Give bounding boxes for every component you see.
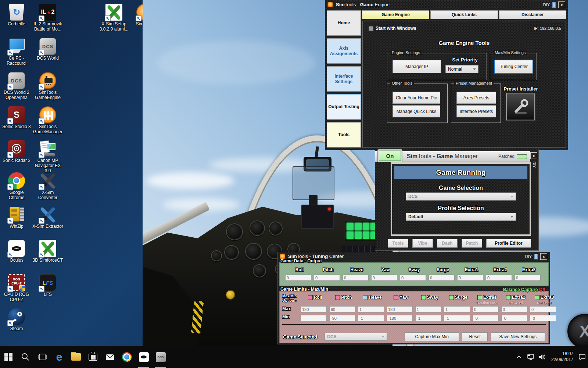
min-pitch-input[interactable] xyxy=(329,315,355,321)
desktop-icon-winzip[interactable]: WinZip xyxy=(1,206,32,229)
preset-installer-button[interactable] xyxy=(506,93,535,121)
tools-button[interactable]: Tools xyxy=(388,239,408,248)
output-extra3-input[interactable] xyxy=(514,275,541,281)
save-new-settings-button[interactable]: Save New Settings xyxy=(491,332,545,341)
desktop-icon-cpu-z[interactable]: ROGCPU-Z CPUID ROG CPU-Z xyxy=(1,274,32,302)
manage-quick-links-button[interactable]: Manage Quick Links xyxy=(392,105,440,117)
vibe-button[interactable]: Vibe xyxy=(412,239,433,248)
game-engine-titlebar[interactable]: SimTools - Game Engine xyxy=(325,0,568,9)
desktop-icon-oculus[interactable]: Oculus xyxy=(1,240,32,263)
desktop-icon-il2[interactable]: IL★2 IL-2 Sturmovik Battle of Mo... xyxy=(32,4,63,32)
desktop-icon-xsim-extractor[interactable]: X-Sim Extractor xyxy=(32,206,63,229)
tuning-center-button[interactable]: Tuning Center xyxy=(494,60,533,74)
max-roll-input[interactable] xyxy=(301,306,327,312)
sidebar-item-home[interactable]: Home xyxy=(327,10,361,36)
game-select[interactable]: DCS xyxy=(406,192,516,201)
min-extra1-input[interactable] xyxy=(473,315,499,321)
axis-color-swatch[interactable] xyxy=(506,295,511,300)
min-extra2-input[interactable] xyxy=(501,315,527,321)
desktop-icon-lfs[interactable]: LFS LFS xyxy=(32,274,63,297)
desktop-icon-sonic-studio[interactable]: S Sonic Studio 3 xyxy=(1,106,32,130)
output-yaw-input[interactable] xyxy=(371,275,397,281)
network-tray-button[interactable] xyxy=(525,346,537,368)
axis-color-swatch[interactable] xyxy=(363,295,368,300)
tab-game-engine[interactable]: Game Engine xyxy=(362,10,429,19)
volume-tray-button[interactable] xyxy=(537,346,548,368)
axes-presets-button[interactable]: Axes Presets xyxy=(456,92,496,104)
tray-expand-button[interactable] xyxy=(513,346,525,368)
min-extra3-input[interactable] xyxy=(530,315,556,321)
resize-handle[interactable] xyxy=(534,254,538,259)
dash-button[interactable]: Dash xyxy=(437,239,458,248)
desktop-icon-sonic-radar[interactable]: Sonic Radar 3 xyxy=(1,140,32,163)
axis-color-swatch[interactable] xyxy=(535,295,539,300)
close-icon[interactable]: x xyxy=(530,152,537,159)
max-extra2-input[interactable] xyxy=(501,306,527,312)
desktop-icon-canon-mp[interactable]: Canon MP Navigator EX 3.0 xyxy=(32,140,63,173)
manager-ip-button[interactable]: Manager IP xyxy=(392,60,441,73)
max-yaw-input[interactable] xyxy=(387,306,413,312)
mail-button[interactable] xyxy=(101,346,118,368)
min-surge-input[interactable] xyxy=(444,315,470,321)
priority-select[interactable]: Normal xyxy=(445,65,478,73)
desktop-icon-dcs-world[interactable]: DCS DCS World xyxy=(32,38,63,61)
oculus-taskbar-button[interactable] xyxy=(135,346,152,368)
max-heave-input[interactable] xyxy=(358,306,384,312)
min-yaw-input[interactable] xyxy=(387,315,413,321)
action-center-button[interactable] xyxy=(576,346,588,368)
output-extra2-input[interactable] xyxy=(486,275,512,281)
resize-handle[interactable] xyxy=(552,2,556,8)
desktop-icon-corbeille[interactable]: ↻ Corbeille xyxy=(1,4,32,27)
output-heave-input[interactable] xyxy=(343,275,369,281)
min-sway-input[interactable] xyxy=(415,315,441,321)
task-view-button[interactable] xyxy=(34,346,51,368)
sidebar-item-axis-assignments[interactable]: Axis Assignments xyxy=(327,38,361,64)
sidebar-item-tools[interactable]: Tools xyxy=(327,122,361,148)
desktop-icon-chrome[interactable]: Google Chrome xyxy=(1,172,32,201)
clock[interactable]: 18:07 22/09/2017 xyxy=(548,351,576,362)
start-with-windows-checkbox[interactable] xyxy=(369,26,373,31)
game-selected-select[interactable]: DCS xyxy=(325,333,387,341)
close-icon[interactable]: x xyxy=(540,253,547,260)
desktop-icon-simtools-gamemanager[interactable]: SimTools GameManager xyxy=(32,106,63,135)
patch-button[interactable]: Patch xyxy=(462,239,482,248)
chrome-taskbar-button[interactable] xyxy=(118,346,135,368)
desktop-icon-steam[interactable]: Steam xyxy=(1,308,32,332)
max-pitch-input[interactable] xyxy=(329,306,355,312)
clear-home-pic-button[interactable]: Clear Your Home Pic xyxy=(392,92,440,104)
axis-color-swatch[interactable] xyxy=(477,295,482,300)
file-explorer-button[interactable] xyxy=(68,346,85,368)
search-button[interactable] xyxy=(17,346,34,368)
reset-button[interactable]: Reset xyxy=(462,332,488,341)
axis-color-swatch[interactable] xyxy=(308,295,313,300)
desktop-icon-xsim-converter[interactable]: X-Sim Converter xyxy=(32,172,63,201)
store-button[interactable] xyxy=(85,346,101,368)
output-roll-input[interactable] xyxy=(285,275,311,281)
axis-color-swatch[interactable] xyxy=(394,295,398,300)
output-pitch-input[interactable] xyxy=(314,275,340,281)
max-surge-input[interactable] xyxy=(444,306,470,312)
desktop-icon-ce-pc[interactable]: Ce PC - Raccourci xyxy=(1,38,32,66)
min-roll-input[interactable] xyxy=(301,315,327,321)
sidebar-item-output-testing[interactable]: Output Testing xyxy=(327,94,361,120)
dcs-taskbar-button[interactable]: DCS xyxy=(152,346,169,368)
desktop-icon-xsim-setup[interactable]: X-Sim Setup 3.0.2.9 alumi... xyxy=(98,4,129,32)
axis-color-swatch[interactable] xyxy=(335,295,340,300)
output-sway-input[interactable] xyxy=(400,275,426,281)
max-extra1-input[interactable] xyxy=(473,306,499,312)
desktop-icon-3d-simforcegt[interactable]: 3D SimforceGT xyxy=(32,240,63,263)
sidebar-item-interface-settings[interactable]: Interface Settings xyxy=(327,66,361,92)
start-button[interactable] xyxy=(0,346,17,368)
capture-max-min-button[interactable]: Capture Max Min xyxy=(405,332,459,341)
output-surge-input[interactable] xyxy=(429,275,455,281)
max-extra3-input[interactable] xyxy=(530,306,556,312)
max-sway-input[interactable] xyxy=(415,306,441,312)
on-button[interactable]: On xyxy=(377,149,402,162)
desktop-icon-dcs-world-2[interactable]: DCS DCS World 2 OpenAlpha xyxy=(1,72,32,100)
close-icon[interactable]: x xyxy=(558,1,565,8)
interface-presets-button[interactable]: Interface Presets xyxy=(456,105,496,117)
min-heave-input[interactable] xyxy=(358,315,384,321)
tab-quick-links[interactable]: Quick Links xyxy=(430,10,498,19)
edge-button[interactable]: e xyxy=(51,346,68,368)
desktop-icon-simtools-gameengine[interactable]: SimTools GameEngine xyxy=(32,72,63,100)
